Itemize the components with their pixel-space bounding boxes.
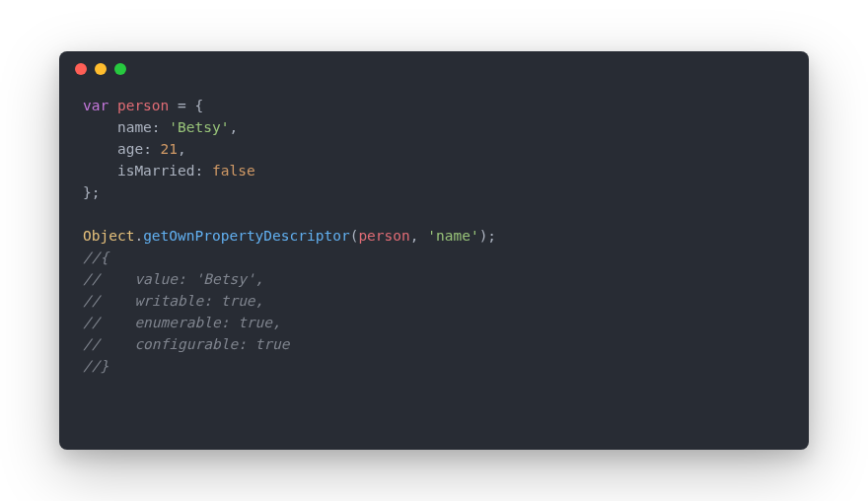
code-line: // writable: true,: [83, 290, 785, 312]
number: 21: [161, 141, 178, 157]
code-line: [83, 203, 785, 225]
comment: // configurable: true: [83, 336, 290, 352]
code-line: };: [83, 181, 785, 203]
parameter: person: [358, 228, 409, 244]
string: 'name': [427, 228, 478, 244]
code-line: isMarried: false: [83, 160, 785, 181]
colon: :: [152, 119, 169, 135]
window-titlebar: [59, 51, 809, 87]
comma: ,: [229, 119, 238, 135]
comment: // enumerable: true,: [83, 315, 281, 330]
blank: [83, 206, 92, 222]
code-line: // enumerable: true,: [83, 312, 785, 333]
code-line: //}: [83, 355, 785, 377]
comment: // value: 'Betsy',: [83, 271, 263, 287]
property: name: [117, 119, 152, 135]
comment: //{: [83, 250, 108, 265]
minimize-icon[interactable]: [95, 63, 107, 75]
property: isMarried: [117, 163, 195, 179]
variable: person: [108, 98, 178, 113]
comment: // writable: true,: [83, 293, 263, 309]
close-icon[interactable]: [75, 63, 87, 75]
indent: [83, 119, 117, 135]
code-line: // configurable: true: [83, 333, 785, 355]
colon: :: [195, 163, 212, 179]
operator: =: [178, 98, 186, 113]
indent: [83, 141, 117, 157]
method-name: getOwnPropertyDescriptor: [143, 228, 350, 244]
indent: [83, 163, 117, 179]
colon: :: [143, 141, 160, 157]
boolean: false: [212, 163, 255, 179]
keyword: var: [83, 98, 108, 113]
comma: ,: [410, 228, 427, 244]
code-window: var person = { name: 'Betsy', age: 21, i…: [59, 51, 809, 450]
comma: ,: [178, 141, 186, 157]
object-name: Object: [83, 228, 134, 244]
string: 'Betsy': [169, 119, 229, 135]
code-line: name: 'Betsy',: [83, 116, 785, 138]
dot: .: [134, 228, 143, 244]
brace: };: [83, 184, 100, 200]
code-line: var person = {: [83, 95, 785, 116]
code-line: Object.getOwnPropertyDescriptor(person, …: [83, 225, 785, 247]
paren: );: [479, 228, 496, 244]
code-line: // value: 'Betsy',: [83, 268, 785, 290]
code-line: //{: [83, 247, 785, 268]
property: age: [117, 141, 143, 157]
comment: //}: [83, 358, 108, 374]
brace: {: [186, 98, 203, 113]
code-block: var person = { name: 'Betsy', age: 21, i…: [59, 87, 809, 400]
maximize-icon[interactable]: [114, 63, 126, 75]
code-line: age: 21,: [83, 138, 785, 160]
